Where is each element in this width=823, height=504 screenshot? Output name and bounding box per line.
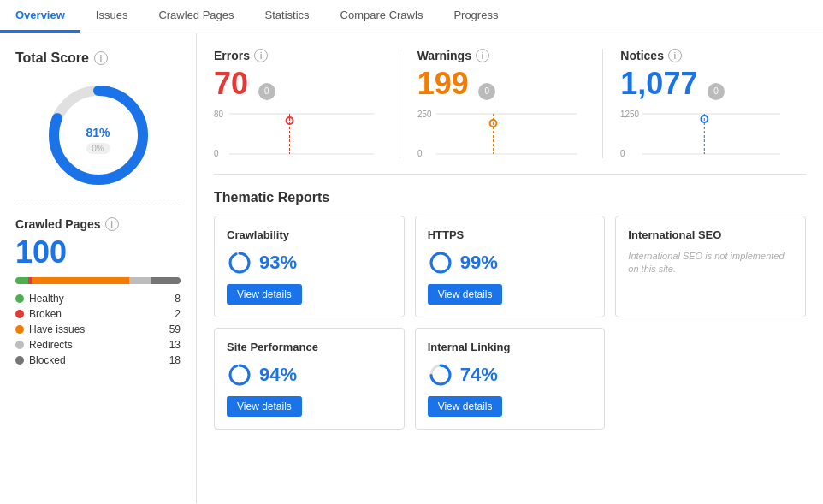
warnings-block: Warnings i 199 0 250 0: [400, 49, 603, 158]
site-performance-title: Site Performance: [227, 341, 392, 353]
thematic-reports-top: Crawlability 93% View details HTTPS: [214, 216, 806, 317]
svg-text:0: 0: [620, 149, 625, 158]
thematic-reports-bottom: Site Performance 94% View details Intern…: [214, 328, 806, 430]
intl-seo-title: International SEO: [628, 228, 793, 241]
site-performance-view-btn[interactable]: View details: [227, 396, 302, 417]
content-area: Errors i 70 0 80 0: [197, 33, 823, 503]
tab-progress[interactable]: Progress: [438, 0, 513, 33]
notices-info-icon[interactable]: i: [668, 49, 682, 62]
report-internal-linking: Internal Linking 74% View details: [415, 328, 606, 430]
tab-bar: Overview Issues Crawled Pages Statistics…: [0, 0, 823, 33]
main-layout: Total Score i 81% 0%: [0, 33, 823, 503]
report-crawlability: Crawlability 93% View details: [214, 216, 405, 317]
legend-item: Redirects 13: [15, 339, 181, 351]
site-performance-donut: [227, 362, 252, 388]
legend-label: Blocked: [29, 354, 66, 366]
report-intl-seo: International SEO International SEO is n…: [615, 216, 806, 317]
crawled-pages-info-icon[interactable]: i: [105, 217, 119, 231]
legend-dot: [15, 356, 24, 365]
legend-left: Redirects: [15, 339, 73, 351]
score-value: 81%: [86, 116, 110, 143]
crawlability-pct-row: 93%: [227, 250, 392, 276]
warnings-mini-chart: 250 0: [417, 107, 586, 158]
notices-mini-chart: 1250 0: [620, 107, 789, 158]
errors-badge: 0: [258, 83, 275, 100]
progress-segment: [15, 277, 28, 284]
legend-count: 59: [169, 323, 181, 335]
internal-linking-title: Internal Linking: [428, 341, 593, 353]
crawled-progress-bar: [15, 277, 181, 284]
legend-item: Healthy 8: [15, 293, 181, 305]
https-pct: 99%: [460, 252, 498, 274]
svg-point-23: [431, 253, 450, 272]
notices-value: 1,077: [620, 66, 697, 101]
crawled-pages-section: Crawled Pages i 100 Healthy 8 Broken 2 H…: [15, 205, 181, 366]
notices-label: Notices i: [620, 49, 789, 62]
legend-count: 2: [175, 308, 181, 320]
legend-label: Have issues: [29, 323, 85, 335]
tab-compare-crawls[interactable]: Compare Crawls: [325, 0, 439, 33]
total-score-section: Total Score i: [15, 50, 181, 66]
thematic-title: Thematic Reports: [214, 190, 806, 205]
legend-left: Healthy: [15, 293, 64, 305]
report-site-performance: Site Performance 94% View details: [214, 328, 405, 430]
legend-dot: [15, 310, 24, 318]
progress-segment: [151, 277, 181, 284]
sidebar: Total Score i 81% 0%: [0, 33, 197, 503]
tab-issues[interactable]: Issues: [80, 0, 144, 33]
site-performance-pct: 94%: [259, 364, 297, 386]
warnings-badge: 0: [478, 83, 495, 100]
crawled-legend: Healthy 8 Broken 2 Have issues 59 Redire…: [15, 293, 181, 366]
internal-linking-donut: [428, 362, 453, 388]
legend-item: Blocked 18: [15, 354, 181, 366]
total-score-info-icon[interactable]: i: [94, 51, 108, 65]
legend-count: 18: [169, 354, 181, 366]
internal-linking-pct: 74%: [460, 364, 498, 386]
legend-label: Broken: [29, 308, 62, 320]
errors-value: 70: [214, 66, 248, 101]
legend-left: Blocked: [15, 354, 66, 366]
legend-dot: [15, 294, 24, 303]
tab-statistics[interactable]: Statistics: [250, 0, 325, 33]
legend-dot: [15, 341, 24, 349]
crawled-count: 100: [15, 234, 181, 270]
warnings-value: 199: [417, 66, 469, 101]
legend-label: Healthy: [29, 293, 64, 305]
total-score-label: Total Score: [15, 50, 89, 66]
notices-badge: 0: [708, 83, 725, 100]
errors-label: Errors i: [214, 49, 382, 62]
errors-value-row: 70 0: [214, 66, 382, 102]
site-performance-pct-row: 94%: [227, 362, 392, 388]
https-view-btn[interactable]: View details: [428, 284, 503, 305]
errors-info-icon[interactable]: i: [254, 49, 268, 62]
donut-chart-container: 81% 0%: [15, 80, 181, 191]
legend-left: Broken: [15, 308, 62, 320]
errors-block: Errors i 70 0 80 0: [214, 49, 400, 158]
tab-crawled-pages[interactable]: Crawled Pages: [143, 0, 249, 33]
warnings-label: Warnings i: [417, 49, 586, 62]
svg-text:0: 0: [417, 149, 423, 158]
crawlability-view-btn[interactable]: View details: [227, 284, 302, 305]
svg-point-21: [230, 253, 249, 272]
internal-linking-view-btn[interactable]: View details: [428, 396, 503, 417]
progress-segment: [129, 277, 151, 284]
svg-text:1250: 1250: [620, 110, 639, 119]
legend-count: 8: [175, 293, 181, 305]
errors-mini-chart: 80 0: [214, 107, 382, 158]
crawlability-donut: [227, 250, 252, 276]
legend-dot: [15, 325, 24, 334]
svg-text:80: 80: [214, 110, 223, 119]
legend-left: Have issues: [15, 323, 85, 335]
notices-block: Notices i 1,077 0 1250 0: [602, 49, 806, 158]
https-pct-row: 99%: [428, 250, 593, 276]
https-title: HTTPS: [428, 228, 593, 241]
warnings-info-icon[interactable]: i: [476, 49, 489, 62]
internal-linking-pct-row: 74%: [428, 362, 593, 388]
donut-chart: 81% 0%: [43, 80, 154, 191]
legend-label: Redirects: [29, 339, 73, 351]
tab-overview[interactable]: Overview: [0, 0, 80, 33]
svg-point-25: [230, 365, 249, 384]
donut-center: 81% 0%: [86, 116, 110, 154]
progress-segment: [32, 277, 129, 284]
report-https: HTTPS 99% View details: [415, 216, 606, 317]
